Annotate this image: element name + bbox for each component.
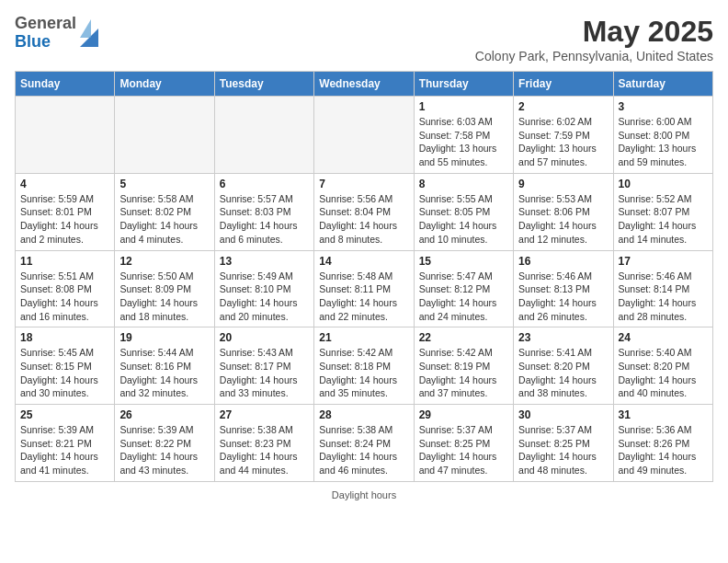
day-number: 7 [319,178,408,190]
footer-note: Daylight hours [15,489,713,500]
calendar-cell: 6Sunrise: 5:57 AMSunset: 8:03 PMDaylight… [214,173,313,250]
day-info: Sunrise: 5:50 AMSunset: 8:09 PMDaylight:… [119,270,209,324]
calendar-cell: 20Sunrise: 5:43 AMSunset: 8:17 PMDayligh… [214,327,313,405]
day-info: Sunrise: 5:42 AMSunset: 8:19 PMDaylight:… [419,346,508,400]
day-info: Sunrise: 5:47 AMSunset: 8:12 PMDaylight:… [419,270,508,324]
calendar-cell: 23Sunrise: 5:41 AMSunset: 8:20 PMDayligh… [514,327,613,405]
day-number: 24 [619,331,708,344]
logo-general-text: General [15,15,76,33]
calendar-cell: 25Sunrise: 5:39 AMSunset: 8:21 PMDayligh… [16,405,115,482]
day-info: Sunrise: 6:02 AMSunset: 7:59 PMDaylight:… [518,115,608,169]
calendar-cell: 9Sunrise: 5:53 AMSunset: 8:06 PMDaylight… [514,173,613,250]
calendar-week-row: 1Sunrise: 6:03 AMSunset: 7:58 PMDaylight… [16,97,713,174]
calendar-cell: 18Sunrise: 5:45 AMSunset: 8:15 PMDayligh… [16,327,115,405]
daylight-label: Daylight hours [332,489,396,500]
day-info: Sunrise: 5:43 AMSunset: 8:17 PMDaylight:… [220,346,309,400]
logo: General Blue [15,15,98,52]
calendar-cell: 17Sunrise: 5:46 AMSunset: 8:14 PMDayligh… [613,250,712,327]
calendar-cell: 28Sunrise: 5:38 AMSunset: 8:24 PMDayligh… [314,405,414,482]
day-number: 5 [119,178,209,190]
day-info: Sunrise: 5:49 AMSunset: 8:10 PMDaylight:… [220,270,309,324]
day-number: 20 [220,331,309,344]
day-info: Sunrise: 5:38 AMSunset: 8:24 PMDaylight:… [319,423,408,477]
calendar-day-header: Monday [115,72,214,97]
calendar-cell: 3Sunrise: 6:00 AMSunset: 8:00 PMDaylight… [613,97,712,174]
calendar-cell: 14Sunrise: 5:48 AMSunset: 8:11 PMDayligh… [314,250,414,327]
calendar-day-header: Wednesday [314,72,414,97]
calendar-day-header: Saturday [613,72,712,97]
day-info: Sunrise: 5:59 AMSunset: 8:01 PMDaylight:… [20,192,109,247]
logo-blue-text: Blue [15,33,76,52]
day-info: Sunrise: 5:46 AMSunset: 8:13 PMDaylight:… [518,270,608,324]
day-number: 23 [518,331,608,344]
day-number: 25 [20,408,109,421]
day-number: 28 [319,408,408,421]
calendar-cell: 26Sunrise: 5:39 AMSunset: 8:22 PMDayligh… [115,405,214,482]
day-info: Sunrise: 5:37 AMSunset: 8:25 PMDaylight:… [518,423,608,477]
day-info: Sunrise: 5:41 AMSunset: 8:20 PMDaylight:… [518,346,608,400]
calendar-week-row: 25Sunrise: 5:39 AMSunset: 8:21 PMDayligh… [16,405,713,482]
day-number: 31 [619,408,708,421]
calendar-day-header: Tuesday [214,72,313,97]
day-number: 27 [220,408,309,421]
calendar-cell: 11Sunrise: 5:51 AMSunset: 8:08 PMDayligh… [16,250,115,327]
calendar-week-row: 11Sunrise: 5:51 AMSunset: 8:08 PMDayligh… [16,250,713,327]
day-info: Sunrise: 5:42 AMSunset: 8:18 PMDaylight:… [319,346,408,400]
day-number: 4 [20,178,109,190]
day-info: Sunrise: 6:03 AMSunset: 7:58 PMDaylight:… [419,115,508,169]
day-number: 22 [419,331,508,344]
day-info: Sunrise: 5:36 AMSunset: 8:26 PMDaylight:… [619,423,708,477]
day-info: Sunrise: 6:00 AMSunset: 8:00 PMDaylight:… [619,115,708,169]
calendar-cell: 30Sunrise: 5:37 AMSunset: 8:25 PMDayligh… [514,405,613,482]
day-info: Sunrise: 5:53 AMSunset: 8:06 PMDaylight:… [518,192,608,247]
logo-icon [80,19,98,47]
day-info: Sunrise: 5:39 AMSunset: 8:21 PMDaylight:… [20,423,109,477]
calendar-cell [16,97,115,174]
day-number: 10 [619,178,708,190]
calendar-week-row: 4Sunrise: 5:59 AMSunset: 8:01 PMDaylight… [16,173,713,250]
day-number: 6 [220,178,309,190]
calendar-cell: 12Sunrise: 5:50 AMSunset: 8:09 PMDayligh… [115,250,214,327]
calendar-cell: 8Sunrise: 5:55 AMSunset: 8:05 PMDaylight… [414,173,513,250]
calendar-cell: 31Sunrise: 5:36 AMSunset: 8:26 PMDayligh… [613,405,712,482]
day-number: 9 [518,178,608,190]
calendar-cell: 19Sunrise: 5:44 AMSunset: 8:16 PMDayligh… [115,327,214,405]
day-info: Sunrise: 5:58 AMSunset: 8:02 PMDaylight:… [119,192,209,247]
title-block: May 2025 Colony Park, Pennsylvania, Unit… [475,15,713,63]
calendar-week-row: 18Sunrise: 5:45 AMSunset: 8:15 PMDayligh… [16,327,713,405]
calendar-cell: 15Sunrise: 5:47 AMSunset: 8:12 PMDayligh… [414,250,513,327]
calendar-cell: 4Sunrise: 5:59 AMSunset: 8:01 PMDaylight… [16,173,115,250]
subtitle: Colony Park, Pennsylvania, United States [475,49,713,63]
day-number: 3 [619,100,708,113]
calendar-cell: 1Sunrise: 6:03 AMSunset: 7:58 PMDaylight… [414,97,513,174]
calendar-cell: 7Sunrise: 5:56 AMSunset: 8:04 PMDaylight… [314,173,414,250]
day-number: 30 [518,408,608,421]
calendar-header-row: SundayMondayTuesdayWednesdayThursdayFrid… [16,72,713,97]
day-info: Sunrise: 5:56 AMSunset: 8:04 PMDaylight:… [319,192,408,247]
day-number: 14 [319,255,408,268]
day-number: 11 [20,255,109,268]
day-number: 18 [20,331,109,344]
day-number: 26 [119,408,209,421]
main-title: May 2025 [475,15,713,49]
calendar-cell: 22Sunrise: 5:42 AMSunset: 8:19 PMDayligh… [414,327,513,405]
day-number: 16 [518,255,608,268]
calendar-cell: 27Sunrise: 5:38 AMSunset: 8:23 PMDayligh… [214,405,313,482]
calendar-cell: 16Sunrise: 5:46 AMSunset: 8:13 PMDayligh… [514,250,613,327]
calendar-cell: 29Sunrise: 5:37 AMSunset: 8:25 PMDayligh… [414,405,513,482]
day-info: Sunrise: 5:39 AMSunset: 8:22 PMDaylight:… [119,423,209,477]
calendar-day-header: Thursday [414,72,513,97]
calendar-day-header: Friday [514,72,613,97]
day-info: Sunrise: 5:38 AMSunset: 8:23 PMDaylight:… [220,423,309,477]
day-number: 8 [419,178,508,190]
day-number: 19 [119,331,209,344]
calendar-cell: 24Sunrise: 5:40 AMSunset: 8:20 PMDayligh… [613,327,712,405]
day-number: 2 [518,100,608,113]
calendar-day-header: Sunday [16,72,115,97]
day-number: 17 [619,255,708,268]
calendar-cell: 13Sunrise: 5:49 AMSunset: 8:10 PMDayligh… [214,250,313,327]
calendar-cell [214,97,313,174]
day-info: Sunrise: 5:37 AMSunset: 8:25 PMDaylight:… [419,423,508,477]
day-number: 12 [119,255,209,268]
day-info: Sunrise: 5:57 AMSunset: 8:03 PMDaylight:… [220,192,309,247]
